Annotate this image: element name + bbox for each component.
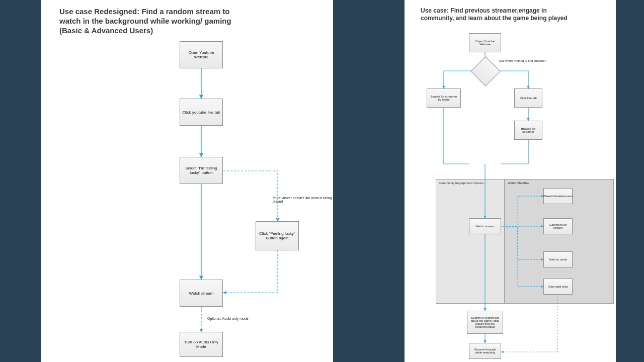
node-click-card-links: Click card links [543,279,573,295]
decision-find-method [470,56,500,86]
node-cheer-donate: Cheer/donate/sponsor [543,188,573,204]
node-vote-cards: Vote on cards [543,251,573,267]
node-r-watch-stream: Watch stream [469,218,501,234]
node-browse-while-watching: Browse through while watching [469,343,501,359]
node-search-about-game: Search in search bar about the game; cli… [467,311,503,334]
left-title: Use case Redesigned: Find a random strea… [59,7,246,35]
node-click-live-tab: Click youtube live tab [180,99,223,126]
right-flowchart-panel: Use case: Find previous streamer,engage … [405,0,616,362]
node-audio-only: Turn on Audio Only Mode [180,332,223,357]
annotation-optional-audio: Optional: Audio only mode [207,317,249,320]
node-feeling-lucky-again: Click "Feeling lucky" Button again [256,221,299,250]
annotation-dislike: If the viewer doesn't like what is being… [273,196,333,203]
node-search-streamer: Search for streamer by name [427,88,461,108]
node-comment: Comment on stream [543,218,573,234]
region-chatbox-label: Within Chat/Box [508,182,529,185]
node-open-youtube: Open Youtube Website [180,41,223,68]
node-feeling-lucky: Select "I'm feeling lucky" button [180,157,223,184]
right-title: Use case: Find previous streamer,engage … [421,7,577,22]
node-r-open-youtube: Open Youtube Website [469,33,501,52]
decision-label: Use which method to find streamer [499,59,546,62]
node-watch-stream: Watch stream [180,280,223,307]
left-flowchart-panel: Use case Redesigned: Find a random strea… [41,0,333,362]
node-browse-streamer: Browse for streamer [514,121,542,140]
node-click-live: Click live tab [514,88,542,108]
region-community-label: Community Engagement Options [439,182,484,185]
